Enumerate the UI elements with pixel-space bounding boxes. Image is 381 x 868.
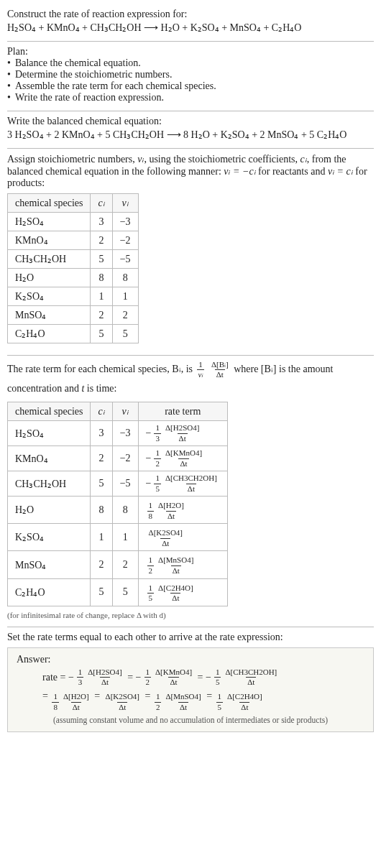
table-row: H₂SO₄3−3−13Δ[H2SO4]Δt [8,421,228,446]
plan-item-text: Write the rate of reaction expression. [15,92,164,103]
frac-num: 1 [216,693,224,702]
c-cell: 2 [91,306,112,325]
c-cell: 2 [91,231,112,250]
frac-num: Δ[H2SO4] [86,668,123,678]
rate-term: 12Δ[MnSO4]Δt [153,693,204,711]
table-row: C₂H₄O55 [8,325,139,343]
prompt-equation: H₂SO₄ + KMnO₄ + CH₃CH₂OH ⟶ H₂O + K₂SO₄ +… [7,22,374,34]
species-cell: H₂SO₄ [8,213,91,231]
species-cell: H₂O [8,269,91,287]
nu-cell: 1 [112,287,138,306]
frac-den: 5 [147,593,155,603]
sign: − [206,668,211,688]
coef-fraction: 12 [147,556,155,575]
text: , using the stoichiometric coefficients, [144,154,300,165]
bullet-icon [7,69,11,80]
nu-cell: 1 [112,524,138,551]
delta-fraction: Δ[MnSO4]Δt [157,556,195,575]
frac-den: 5 [154,484,161,494]
frac-den: Δt [246,677,256,687]
table-row: C₂H₄O5515Δ[C2H4O]Δt [8,578,228,606]
rate-term: −13Δ[H2SO4]Δt [146,424,203,443]
table-header: cᵢ [91,194,112,213]
frac-den: Δt [100,677,110,687]
plan-item: Determine the stoichiometric numbers. [7,69,374,80]
c-cell: 5 [91,578,112,606]
frac-num: Δ[C2H4O] [226,693,264,702]
bullet-icon [7,92,11,103]
text: Assign stoichiometric numbers, [7,154,137,165]
balanced-left: 3 H₂SO₄ + 2 KMnO₄ + 5 CH₃CH₂OH [7,129,164,140]
species-cell: KMnO₄ [8,231,91,250]
rate-term-cell: −13Δ[H2SO4]Δt [138,421,227,446]
plan-label: Plan: [7,46,374,57]
table-row: H₂O8818Δ[H2O]Δt [8,497,228,524]
plan-item-text: Assemble the rate term for each chemical… [15,80,216,92]
table-header: chemical species [8,402,91,421]
rate-term: −12Δ[KMnO4]Δt [146,449,205,468]
nu-cell: 8 [112,497,138,524]
species-cell: C₂H₄O [8,325,91,343]
c-cell: 2 [91,446,112,471]
frac-num: 1 [147,584,155,594]
coef-fraction: 15 [147,584,155,603]
rate-label: rate = [42,672,68,683]
species-cell: MnSO₄ [8,551,91,578]
frac-den: 8 [52,702,59,712]
table-header: cᵢ [91,402,112,421]
rate-footnote: (for infinitesimal rate of change, repla… [7,611,374,619]
frac-num: Δ[CH3CH2OH] [164,474,219,484]
delta-fraction: Δ[H2SO4]Δt [164,424,201,443]
text: is time: [84,383,116,394]
nu-cell: −2 [112,446,138,471]
c-cell: 5 [91,250,112,269]
species-cell: CH₃CH₂OH [8,250,91,269]
frac-den: Δt [170,593,180,603]
table-header: rate term [138,402,227,421]
c-cell: 5 [91,471,112,497]
c-cell: 3 [91,421,112,446]
bullet-icon [7,80,11,92]
frac-num: Δ[K2SO4] [104,693,141,702]
equals: = [92,691,103,701]
frac-num: Δ[C2H4O] [157,584,195,594]
c-cell: 3 [91,213,112,231]
rate-term-cell: −15Δ[CH3CH2OH]Δt [138,471,227,497]
nu-cell: 8 [112,269,138,287]
stoich-section: Assign stoichiometric numbers, νᵢ, using… [7,149,374,354]
balanced-arrow: ⟶ [167,129,181,140]
c-cell: 8 [91,269,112,287]
balanced-heading: Write the balanced chemical equation: [7,116,374,127]
frac-num: Δ[H2O] [62,693,91,702]
species-cell: C₂H₄O [8,578,91,606]
plan-item-text: Determine the stoichiometric numbers. [15,69,173,80]
frac-num: 1 [155,693,162,702]
frac-den: 8 [147,511,155,521]
delta-fraction: Δ[H2O]Δt [62,693,91,711]
coef-fraction: 18 [147,502,155,520]
table-header: νᵢ [112,194,138,213]
delta-fraction: Δ[K2SO4]Δt [104,693,141,711]
c-cell: 2 [91,551,112,578]
species-cell: KMnO₄ [8,446,91,471]
rate-term: Δ[K2SO4]Δt [146,529,185,548]
table-header: chemical species [8,194,91,213]
plan-item: Write the rate of reaction expression. [7,92,374,103]
frac-den: 3 [77,677,84,687]
coef-fraction: 15 [214,668,221,687]
rate-term: Δ[K2SO4]Δt [103,693,142,711]
balanced-right: 8 H₂O + K₂SO₄ + 2 MnSO₄ + 5 C₂H₄O [183,129,346,140]
frac-num: 1 [214,668,221,678]
final-section: Set the rate terms equal to each other t… [7,627,374,739]
rate-term: −12Δ[KMnO4]Δt [136,668,195,688]
frac-num: 1 [147,556,155,565]
nu-cell: −3 [112,213,138,231]
stoich-intro: Assign stoichiometric numbers, νᵢ, using… [7,153,374,189]
equals: = [195,672,206,683]
species-cell: H₂SO₄ [8,421,91,446]
answer-equation: rate = −13Δ[H2SO4]Δt = −12Δ[KMnO4]Δt = −… [17,668,364,712]
answer-label: Answer: [17,654,364,665]
frac-num: 1 [197,361,204,370]
species-cell: MnSO₄ [8,306,91,325]
plan-item: Balance the chemical equation. [7,57,374,69]
